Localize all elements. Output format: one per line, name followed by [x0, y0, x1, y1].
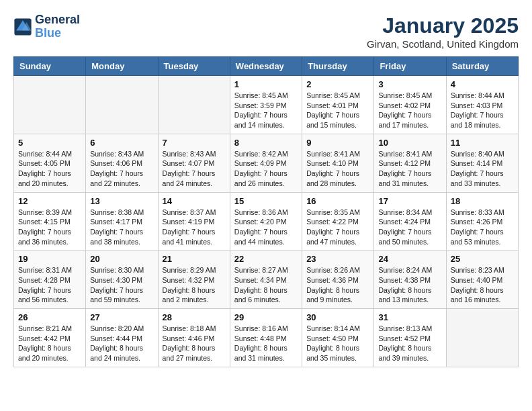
day-number: 17 — [378, 196, 441, 206]
calendar-cell: 31Sunrise: 8:13 AM Sunset: 4:52 PM Dayli… — [374, 309, 446, 367]
calendar-week-3: 12Sunrise: 8:39 AM Sunset: 4:15 PM Dayli… — [14, 192, 519, 250]
logo-text: General Blue — [35, 13, 80, 40]
day-number: 23 — [306, 254, 369, 264]
day-info: Sunrise: 8:45 AM Sunset: 4:01 PM Dayligh… — [306, 91, 369, 130]
day-number: 7 — [163, 138, 226, 148]
day-info: Sunrise: 8:36 AM Sunset: 4:20 PM Dayligh… — [234, 208, 298, 247]
day-number: 5 — [18, 138, 81, 148]
day-number: 15 — [234, 196, 298, 206]
day-info: Sunrise: 8:23 AM Sunset: 4:40 PM Dayligh… — [451, 265, 514, 305]
day-info: Sunrise: 8:43 AM Sunset: 4:07 PM Dayligh… — [163, 149, 226, 189]
calendar-cell: 13Sunrise: 8:38 AM Sunset: 4:17 PM Dayli… — [86, 192, 158, 250]
calendar-cell: 8Sunrise: 8:42 AM Sunset: 4:09 PM Daylig… — [230, 134, 302, 192]
day-number: 21 — [163, 254, 226, 264]
day-info: Sunrise: 8:41 AM Sunset: 4:12 PM Dayligh… — [378, 149, 441, 189]
day-info: Sunrise: 8:45 AM Sunset: 4:02 PM Dayligh… — [378, 91, 441, 130]
day-number: 9 — [306, 138, 369, 148]
calendar-week-2: 5Sunrise: 8:44 AM Sunset: 4:05 PM Daylig… — [14, 134, 519, 192]
day-info: Sunrise: 8:37 AM Sunset: 4:19 PM Dayligh… — [163, 208, 226, 247]
day-info: Sunrise: 8:45 AM Sunset: 3:59 PM Dayligh… — [234, 91, 298, 130]
day-number: 3 — [378, 79, 441, 89]
calendar-cell: 29Sunrise: 8:16 AM Sunset: 4:48 PM Dayli… — [230, 309, 302, 367]
day-number: 8 — [234, 138, 298, 148]
day-number: 30 — [306, 312, 369, 322]
day-number: 25 — [451, 254, 514, 264]
calendar-week-5: 26Sunrise: 8:21 AM Sunset: 4:42 PM Dayli… — [14, 309, 519, 367]
calendar-cell: 17Sunrise: 8:34 AM Sunset: 4:24 PM Dayli… — [374, 192, 446, 250]
day-info: Sunrise: 8:21 AM Sunset: 4:42 PM Dayligh… — [18, 324, 81, 363]
day-number: 22 — [234, 254, 298, 264]
calendar-cell: 2Sunrise: 8:45 AM Sunset: 4:01 PM Daylig… — [302, 76, 374, 134]
calendar-cell: 24Sunrise: 8:24 AM Sunset: 4:38 PM Dayli… — [374, 250, 446, 309]
weekday-header-row: SundayMondayTuesdayWednesdayThursdayFrid… — [14, 57, 519, 76]
day-info: Sunrise: 8:41 AM Sunset: 4:10 PM Dayligh… — [306, 149, 369, 189]
day-number: 6 — [90, 138, 153, 148]
day-number: 29 — [234, 312, 298, 322]
weekday-header-saturday: Saturday — [446, 57, 518, 76]
calendar-cell — [14, 76, 86, 134]
day-info: Sunrise: 8:39 AM Sunset: 4:15 PM Dayligh… — [18, 208, 81, 247]
day-info: Sunrise: 8:34 AM Sunset: 4:24 PM Dayligh… — [378, 208, 441, 247]
day-info: Sunrise: 8:40 AM Sunset: 4:14 PM Dayligh… — [451, 149, 514, 189]
title-area: January 2025 Girvan, Scotland, United Ki… — [367, 13, 519, 50]
day-number: 2 — [306, 79, 369, 89]
calendar-cell: 6Sunrise: 8:43 AM Sunset: 4:06 PM Daylig… — [86, 134, 158, 192]
calendar-cell: 1Sunrise: 8:45 AM Sunset: 3:59 PM Daylig… — [230, 76, 302, 134]
day-info: Sunrise: 8:24 AM Sunset: 4:38 PM Dayligh… — [378, 265, 441, 305]
day-number: 14 — [163, 196, 226, 206]
weekday-header-monday: Monday — [86, 57, 158, 76]
calendar-cell: 18Sunrise: 8:33 AM Sunset: 4:26 PM Dayli… — [446, 192, 518, 250]
calendar-cell: 19Sunrise: 8:31 AM Sunset: 4:28 PM Dayli… — [14, 250, 86, 309]
day-number: 13 — [90, 196, 153, 206]
weekday-header-thursday: Thursday — [302, 57, 374, 76]
page-header: General Blue January 2025 Girvan, Scotla… — [13, 13, 519, 50]
calendar-cell — [158, 76, 230, 134]
day-number: 28 — [163, 312, 226, 322]
calendar-cell: 15Sunrise: 8:36 AM Sunset: 4:20 PM Dayli… — [230, 192, 302, 250]
logo-icon — [13, 17, 32, 36]
day-number: 19 — [18, 254, 81, 264]
calendar-cell: 9Sunrise: 8:41 AM Sunset: 4:10 PM Daylig… — [302, 134, 374, 192]
calendar-cell: 23Sunrise: 8:26 AM Sunset: 4:36 PM Dayli… — [302, 250, 374, 309]
calendar-cell — [86, 76, 158, 134]
weekday-header-sunday: Sunday — [14, 57, 86, 76]
calendar-cell: 30Sunrise: 8:14 AM Sunset: 4:50 PM Dayli… — [302, 309, 374, 367]
day-info: Sunrise: 8:44 AM Sunset: 4:03 PM Dayligh… — [451, 91, 514, 130]
calendar-cell: 4Sunrise: 8:44 AM Sunset: 4:03 PM Daylig… — [446, 76, 518, 134]
day-number: 24 — [378, 254, 441, 264]
day-info: Sunrise: 8:35 AM Sunset: 4:22 PM Dayligh… — [306, 208, 369, 247]
day-number: 4 — [451, 79, 514, 89]
day-info: Sunrise: 8:43 AM Sunset: 4:06 PM Dayligh… — [90, 149, 153, 189]
location-subtitle: Girvan, Scotland, United Kingdom — [367, 38, 519, 50]
day-number: 10 — [378, 138, 441, 148]
day-info: Sunrise: 8:27 AM Sunset: 4:34 PM Dayligh… — [234, 265, 298, 305]
calendar-cell: 11Sunrise: 8:40 AM Sunset: 4:14 PM Dayli… — [446, 134, 518, 192]
day-number: 31 — [378, 312, 441, 322]
day-number: 20 — [90, 254, 153, 264]
weekday-header-tuesday: Tuesday — [158, 57, 230, 76]
day-info: Sunrise: 8:20 AM Sunset: 4:44 PM Dayligh… — [90, 324, 153, 363]
day-info: Sunrise: 8:31 AM Sunset: 4:28 PM Dayligh… — [18, 265, 81, 305]
day-info: Sunrise: 8:26 AM Sunset: 4:36 PM Dayligh… — [306, 265, 369, 305]
weekday-header-friday: Friday — [374, 57, 446, 76]
day-info: Sunrise: 8:13 AM Sunset: 4:52 PM Dayligh… — [378, 324, 441, 363]
month-title: January 2025 — [367, 13, 519, 38]
calendar-table: SundayMondayTuesdayWednesdayThursdayFrid… — [13, 56, 519, 367]
logo-line2: Blue — [35, 26, 61, 40]
day-info: Sunrise: 8:14 AM Sunset: 4:50 PM Dayligh… — [306, 324, 369, 363]
day-number: 18 — [451, 196, 514, 206]
calendar-cell: 16Sunrise: 8:35 AM Sunset: 4:22 PM Dayli… — [302, 192, 374, 250]
calendar-cell: 26Sunrise: 8:21 AM Sunset: 4:42 PM Dayli… — [14, 309, 86, 367]
calendar-cell: 22Sunrise: 8:27 AM Sunset: 4:34 PM Dayli… — [230, 250, 302, 309]
day-number: 26 — [18, 312, 81, 322]
calendar-cell: 3Sunrise: 8:45 AM Sunset: 4:02 PM Daylig… — [374, 76, 446, 134]
day-info: Sunrise: 8:38 AM Sunset: 4:17 PM Dayligh… — [90, 208, 153, 247]
day-info: Sunrise: 8:33 AM Sunset: 4:26 PM Dayligh… — [451, 208, 514, 247]
day-number: 1 — [234, 79, 298, 89]
day-info: Sunrise: 8:16 AM Sunset: 4:48 PM Dayligh… — [234, 324, 298, 363]
day-number: 16 — [306, 196, 369, 206]
calendar-cell: 10Sunrise: 8:41 AM Sunset: 4:12 PM Dayli… — [374, 134, 446, 192]
calendar-week-4: 19Sunrise: 8:31 AM Sunset: 4:28 PM Dayli… — [14, 250, 519, 309]
day-number: 27 — [90, 312, 153, 322]
calendar-cell: 5Sunrise: 8:44 AM Sunset: 4:05 PM Daylig… — [14, 134, 86, 192]
